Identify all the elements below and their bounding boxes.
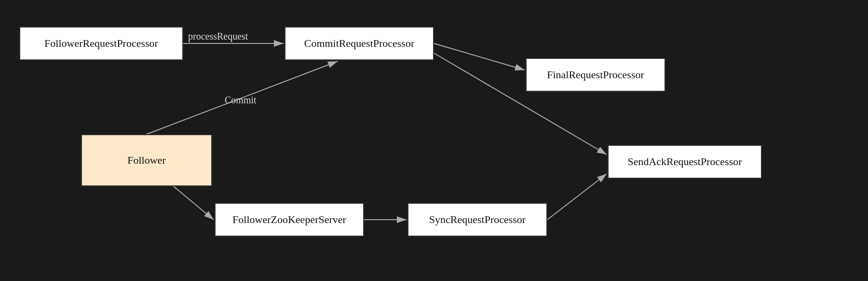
edge-commit-final [434,43,525,70]
edge-proposal [174,186,214,220]
node-commitRequestProcessor: CommitRequestProcessor [285,27,434,60]
node-syncRequestProcessor: SyncRequestProcessor [407,203,547,237]
node-followerZooKeeperServer: FollowerZooKeeperServer [215,203,364,237]
diagram-canvas: FollowerRequestProcessorCommitRequestPro… [0,0,868,281]
node-followerRequestProcessor: FollowerRequestProcessor [19,27,183,60]
node-follower: Follower [81,134,212,186]
label-processRequest: processRequest [188,31,248,42]
edge-sendack [547,174,607,220]
label-commit: Commit [225,95,257,106]
node-finalRequestProcessor: FinalRequestProcessor [526,58,665,92]
node-sendAckRequestProcessor: SendAckRequestProcessor [608,145,762,179]
